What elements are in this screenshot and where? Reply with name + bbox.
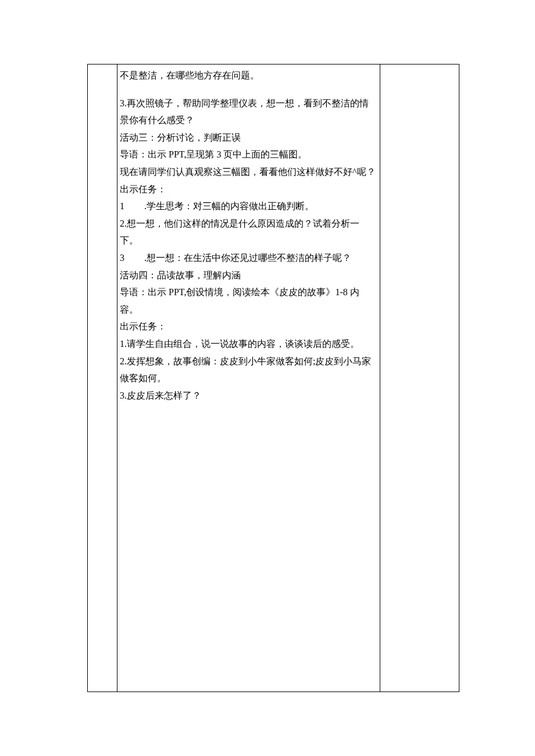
spacer bbox=[120, 84, 377, 95]
text-line: 活动三：分析讨论，判断正误 bbox=[120, 129, 377, 146]
text-line: 不是整洁，在哪些地方存在问题。 bbox=[120, 67, 377, 84]
text-line: 活动四：品读故事，理解内涵 bbox=[120, 267, 377, 284]
text-line: 2.想一想，他们这样的情况是什么原因造成的？试着分析一下。 bbox=[120, 215, 377, 249]
list-number: 1 bbox=[120, 198, 144, 215]
text-line: 出示任务： bbox=[120, 181, 377, 198]
text-line: 3.再次照镜子，帮助同学整理仪表，想一想，看到不整洁的情景你有什么感受？ bbox=[120, 95, 377, 129]
list-text: .学生思考：对三幅的内容做出正确判断。 bbox=[144, 201, 314, 211]
text-line: 3.皮皮后来怎样了？ bbox=[120, 387, 377, 404]
text-line: 导语：出示 PPT,呈现第 3 页中上面的三幅图。 bbox=[120, 146, 377, 163]
left-column bbox=[88, 65, 117, 692]
text-line: 导语：出示 PPT,创设情境，阅读绘本《皮皮的故事》1-8 内容。 bbox=[120, 284, 377, 318]
text-line: 现在请同学们认真观察这三幅图，看看他们这样做好不好^呢？ bbox=[120, 163, 377, 181]
content-table: 不是整洁，在哪些地方存在问题。 3.再次照镜子，帮助同学整理仪表，想一想，看到不… bbox=[87, 64, 459, 692]
lesson-content: 不是整洁，在哪些地方存在问题。 3.再次照镜子，帮助同学整理仪表，想一想，看到不… bbox=[117, 65, 380, 406]
text-line: 2.发挥想象，故事创编：皮皮到小牛家做客如何;皮皮到小马家做客如何。 bbox=[120, 353, 377, 387]
text-line: 3.想一想：在生活中你还见过哪些不整洁的样子呢？ bbox=[120, 249, 377, 267]
middle-column: 不是整洁，在哪些地方存在问题。 3.再次照镜子，帮助同学整理仪表，想一想，看到不… bbox=[117, 65, 380, 692]
list-number: 3 bbox=[120, 249, 144, 267]
text-line: 出示任务： bbox=[120, 318, 377, 335]
list-text: .想一想：在生活中你还见过哪些不整洁的样子呢？ bbox=[144, 253, 351, 263]
document-page: 不是整洁，在哪些地方存在问题。 3.再次照镜子，帮助同学整理仪表，想一想，看到不… bbox=[0, 0, 535, 756]
text-line: 1.学生思考：对三幅的内容做出正确判断。 bbox=[120, 198, 377, 215]
text-line: 1.请学生自由组合，说一说故事的内容，谈谈读后的感受。 bbox=[120, 335, 377, 353]
right-column bbox=[380, 65, 459, 692]
